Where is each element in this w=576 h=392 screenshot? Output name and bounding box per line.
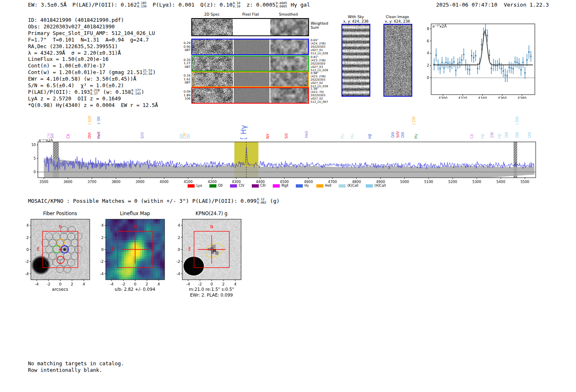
footer-notes: No matching targets in catalog. Row inte…: [28, 360, 124, 373]
text-segment: S/N = 6.5(±0.4) χ² = 1.0(±0.2): [28, 82, 124, 88]
spec2d-right-value: 20220303: [311, 78, 327, 81]
footer-line-1: No matching targets in catalog.: [28, 360, 124, 367]
spec2d-right-value: 0.81": [311, 56, 327, 59]
kpno-xlabel-1: m:21.0 re:1.5" s:0.5": [172, 287, 251, 292]
spec2d-right-value: v027_02: [311, 81, 327, 85]
legend-label: OII: [218, 184, 223, 188]
legend-label: Hγ: [304, 184, 309, 188]
legend-swatch: [252, 184, 259, 188]
spec2d-right-value: v027_02: [311, 97, 327, 100]
lower-bound: 0.143: [131, 92, 141, 95]
lineflux-xlabel: s/b: 2.82 +/- 0.094: [96, 287, 174, 292]
legend-item-Hγ: Hγ: [296, 184, 309, 188]
spectrum-legend: LyαOIICIVCIIIMgIIHγHeII(K)CaII(H)CaII: [38, 184, 536, 188]
line-marker-CIII: ( CIII: [412, 117, 416, 125]
text-segment: Cont(n) = 1.00(±0.07)e-17: [28, 63, 105, 69]
lower-bound: 21.50: [143, 72, 152, 76]
spec2d-right-value: 20220303: [311, 45, 327, 49]
text-segment: Primary Spec_Slot_IFU_AMP: 512_104_026_L…: [28, 30, 155, 36]
legend-swatch: [209, 184, 216, 188]
text-segment: (g): [267, 198, 279, 204]
lower-bound: 0.10: [233, 5, 240, 8]
spec2d-strip-white: [234, 19, 269, 35]
legend-item-MgII: MgII: [273, 184, 288, 188]
full-spectrum-plot: [29, 139, 543, 189]
legend-item-HeII: HeII: [316, 184, 332, 188]
legend-item-OII: OII: [209, 184, 223, 188]
lineflux-map-plot: [95, 218, 167, 289]
withsky-image: [342, 25, 369, 96]
legend-swatch: [296, 184, 303, 188]
legend-swatch: [273, 184, 280, 188]
header-stat: z: 0.00050.00050.0005 Hγ gal: [246, 2, 310, 8]
text-segment: LineFlux = 1.50(±0.20)e-16: [28, 56, 109, 62]
spec2d-row-right-labels: WeightedSum: [311, 21, 329, 30]
kpno-panel-title: KPNO(24.7) g: [177, 211, 246, 216]
report-version: Version 1.22.3: [504, 2, 549, 8]
legend-swatch: [230, 184, 237, 188]
text-segment: F=1.7" T=0.101 N=1.31 A=0.94 g=24.7: [28, 37, 149, 43]
info-line: Cont(n) = 1.00(±0.07)e-17: [28, 63, 158, 69]
spec2d-left-value: 087: [182, 49, 190, 52]
spec2d-strip-smooth: [270, 56, 308, 71]
spec2d-row-strips: [191, 72, 309, 87]
text-segment: Q(z): 0.10: [200, 2, 232, 8]
header-stat: P(LAE)/P(OII): 0.1620.1850.139: [72, 2, 147, 8]
spec2d-panel: 2D Spec Pixel Flat Smoothed WeightedSum0…: [182, 12, 327, 105]
text-segment: EWr = 4.10(±0.58) (w: 3.50(±0.45))Å: [28, 76, 136, 82]
lower-bound: 0.0005: [276, 5, 287, 8]
spec2d-strip-flat: [234, 39, 269, 54]
spec2d-left-value: 087: [182, 81, 190, 85]
spec2d-row-right-labels: 0.65"(424, 236)20220303v027_01512_LU_026: [311, 39, 327, 55]
lower-bound: 0.17: [91, 92, 100, 95]
text-segment: RA,Dec (230.122635,52.399551): [28, 43, 118, 49]
fiber-panel-title: Fiber Positions: [25, 211, 95, 216]
spec2d-right-value: 20220303: [311, 94, 327, 97]
spec2d-col-title-2dspec: 2D Spec: [204, 12, 219, 16]
spec2d-right-value: 1.56": [311, 87, 327, 90]
spec2d-strip-noise: [192, 72, 233, 86]
spec2d-right-value: 512_LU_007: [311, 100, 327, 104]
legend-swatch: [366, 184, 373, 188]
text-segment: P(Lyα): 0.001: [153, 2, 195, 8]
spec2d-right-value: 0.98": [311, 72, 327, 75]
spec2d-row-strips: [191, 87, 309, 104]
header-timestamp-version: 2025-01-06 07:47:10 Version 1.22.3: [436, 2, 549, 8]
info-line: P(LAE)/P(OII): 0.1930.2180.17 (w: 0.1580…: [28, 89, 158, 95]
text-segment: ): [141, 89, 144, 95]
withsky-coords: x, y: 424, 236: [333, 19, 379, 24]
lower-bound: 0.082: [257, 201, 267, 204]
stacked-uncertainty: 0.1850.139: [137, 2, 146, 8]
spec2d-right-value: 512_LU_026: [311, 52, 327, 55]
fiber-xlabel: arcsecs: [21, 287, 99, 292]
footer-line-2: Row intentionally blank.: [28, 367, 124, 373]
info-line: Obs: 20220303v027_4018421990: [28, 23, 158, 30]
withsky-image-box: [341, 24, 370, 97]
info-line: ID: 4018421990 (4018421990.pdf): [28, 17, 158, 23]
spec2d-left-value: 106: [182, 97, 190, 101]
legend-swatch: [339, 184, 346, 188]
clean-title: Clean Image: [375, 15, 420, 19]
spec2d-strip-flat: [234, 56, 269, 71]
text-segment: Obs: 20220303v027_4018421990: [28, 23, 115, 30]
report-timestamp: 2025-01-06 07:47:10: [436, 2, 497, 8]
legend-item-CIII: CIII: [252, 184, 266, 188]
stacked-uncertainty: 21.5321.50: [143, 69, 152, 75]
spec2d-right-value: v027_01: [311, 49, 327, 52]
info-line: Cont(w) = 1.20(±0.01)e-17 (gmag 21.5121.…: [28, 69, 158, 76]
legend-swatch: [188, 184, 195, 188]
legend-label: Lyα: [196, 184, 202, 188]
info-line: F=1.7" T=0.101 N=1.31 A=0.94 g=24.7: [28, 37, 158, 43]
header-stat: P(Lyα): 0.001: [153, 2, 195, 8]
info-line: *Q(0.98) Hγ(4340) z = 0.0004 EW r = 12.5…: [28, 102, 158, 109]
spec2d-row-strips: [191, 18, 309, 36]
stacked-uncertainty: 0.100.10: [233, 2, 240, 8]
clean-title-block: Clean Image x, y: 424, 236: [375, 15, 420, 24]
legend-label: CIV: [239, 184, 244, 188]
text-segment: P(LAE)/P(OII): 0.162: [72, 2, 137, 8]
spec2d-right-value: (423, 236): [311, 59, 327, 62]
line-marker-OII: { OII: [97, 116, 101, 125]
legend-swatch: [316, 184, 323, 188]
legend-item-(H)CaII: (H)CaII: [366, 184, 386, 188]
spec2d-strip-noise: [192, 88, 233, 103]
